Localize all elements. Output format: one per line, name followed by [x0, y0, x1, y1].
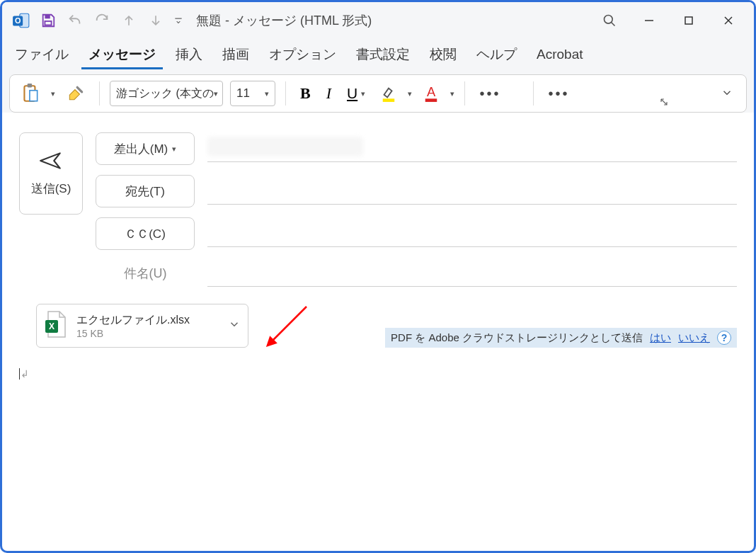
- adobe-no-link[interactable]: いいえ: [678, 331, 710, 345]
- cc-button[interactable]: ＣＣ(C): [96, 217, 195, 250]
- search-icon[interactable]: [590, 6, 629, 35]
- svg-rect-14: [383, 98, 395, 102]
- title-bar: O 無題 - メッセージ (HTML 形式): [2, 2, 754, 39]
- svg-rect-13: [30, 91, 38, 101]
- tab-file[interactable]: ファイル: [8, 40, 76, 69]
- cc-label: ＣＣ(C): [125, 226, 166, 242]
- font-color-button[interactable]: A: [419, 79, 443, 108]
- underline-button[interactable]: U ▾: [343, 79, 370, 108]
- svg-line-6: [612, 23, 615, 26]
- adobe-prompt-bar: PDF を Adobe クラウドストレージリンクとして送信 はい いいえ ?: [385, 328, 737, 348]
- paste-dropdown-icon[interactable]: ▾: [51, 89, 55, 98]
- subject-label: 件名(U): [96, 265, 195, 282]
- ribbon-launcher-icon[interactable]: [660, 98, 668, 108]
- up-arrow-icon[interactable]: [118, 10, 139, 31]
- send-icon: [39, 151, 63, 171]
- italic-button[interactable]: I: [322, 79, 336, 108]
- save-icon[interactable]: [38, 10, 59, 31]
- font-size-value: 11: [236, 86, 250, 101]
- bold-button[interactable]: B: [296, 79, 315, 108]
- from-field[interactable]: [207, 135, 737, 162]
- compose-header: 送信(S) 差出人(M) ▾ 宛先(T) ＣＣ(C) 件名(U): [2, 113, 754, 297]
- attachment-row: X エクセルファイル.xlsx 15 KB PDF を Adobe クラウドスト…: [2, 304, 754, 348]
- ribbon-wrap: ▾ 游ゴシック (本文の▾ 11▾ B I U ▾ ▾ A ▾ ••• •••: [2, 70, 754, 113]
- to-field[interactable]: [207, 178, 737, 205]
- tab-format[interactable]: 書式設定: [349, 40, 417, 69]
- adobe-prompt-text: PDF を Adobe クラウドストレージリンクとして送信: [391, 331, 643, 345]
- undo-icon[interactable]: [64, 10, 86, 31]
- tab-acrobat[interactable]: Acrobat: [529, 41, 590, 68]
- svg-text:A: A: [427, 84, 436, 99]
- svg-rect-12: [28, 84, 32, 87]
- tab-help[interactable]: ヘルプ: [469, 40, 524, 69]
- highlight-button[interactable]: [377, 79, 401, 108]
- tab-message[interactable]: メッセージ: [81, 40, 163, 69]
- svg-text:O: O: [15, 16, 21, 25]
- message-body[interactable]: ↲: [2, 348, 754, 400]
- ribbon: ▾ 游ゴシック (本文の▾ 11▾ B I U ▾ ▾ A ▾ ••• •••: [9, 74, 747, 113]
- chevron-down-icon: ▾: [172, 144, 176, 154]
- paste-button[interactable]: [17, 79, 44, 108]
- font-color-dropdown-icon[interactable]: ▾: [450, 89, 454, 98]
- outlook-icon: O: [11, 10, 32, 31]
- help-icon[interactable]: ?: [717, 331, 731, 345]
- attachment-dropdown-icon[interactable]: [228, 318, 241, 333]
- svg-rect-3: [45, 15, 50, 19]
- cc-field[interactable]: [207, 220, 737, 247]
- tab-review[interactable]: 校閲: [423, 40, 464, 69]
- excel-file-icon: X: [44, 310, 68, 341]
- subject-field[interactable]: [207, 260, 737, 287]
- svg-point-5: [605, 16, 613, 24]
- from-button[interactable]: 差出人(M) ▾: [96, 132, 195, 165]
- window-title: 無題 - メッセージ (HTML 形式): [196, 12, 372, 29]
- highlight-dropdown-icon[interactable]: ▾: [408, 89, 412, 98]
- close-button[interactable]: [709, 6, 748, 35]
- send-button[interactable]: 送信(S): [19, 132, 83, 215]
- svg-text:X: X: [49, 321, 55, 331]
- more-options-button[interactable]: •••: [475, 79, 505, 108]
- tab-draw[interactable]: 描画: [215, 40, 256, 69]
- to-label: 宛先(T): [125, 183, 165, 200]
- attachment-filename: エクセルファイル.xlsx: [76, 313, 219, 328]
- attachment-size: 15 KB: [76, 328, 219, 339]
- format-painter-button[interactable]: [62, 79, 89, 108]
- minimize-button[interactable]: [629, 6, 669, 35]
- collapse-ribbon-icon[interactable]: [721, 86, 733, 102]
- tab-insert[interactable]: 挿入: [168, 40, 210, 69]
- cursor-icon: ↲: [19, 368, 29, 380]
- adobe-yes-link[interactable]: はい: [650, 331, 671, 345]
- send-label: 送信(S): [31, 181, 71, 197]
- svg-rect-4: [45, 21, 51, 25]
- font-name-value: 游ゴシック (本文の: [116, 86, 214, 101]
- down-arrow-icon[interactable]: [145, 10, 166, 31]
- font-size-select[interactable]: 11▾: [230, 81, 275, 106]
- attachment-chip[interactable]: X エクセルファイル.xlsx 15 KB: [36, 304, 248, 348]
- ribbon-tabs: ファイル メッセージ 挿入 描画 オプション 書式設定 校閲 ヘルプ Acrob…: [2, 39, 754, 70]
- qat-customize-icon[interactable]: [172, 10, 185, 31]
- tab-options[interactable]: オプション: [262, 40, 343, 69]
- to-button[interactable]: 宛先(T): [96, 175, 195, 207]
- from-label: 差出人(M): [114, 141, 168, 157]
- svg-rect-8: [685, 17, 692, 24]
- redo-icon[interactable]: [91, 10, 113, 31]
- overflow-button[interactable]: •••: [544, 79, 573, 108]
- maximize-button[interactable]: [669, 6, 709, 35]
- svg-rect-16: [425, 98, 437, 102]
- font-name-select[interactable]: 游ゴシック (本文の▾: [110, 81, 223, 106]
